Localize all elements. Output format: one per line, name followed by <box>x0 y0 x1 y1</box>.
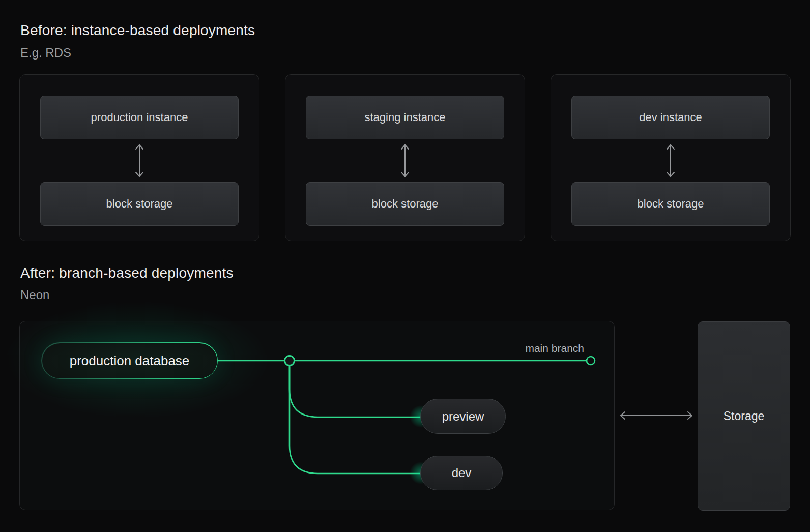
production-database-node: production database <box>41 342 218 379</box>
staging-instance-node: staging instance <box>306 96 504 139</box>
block-storage-node: block storage <box>306 182 504 226</box>
bidirectional-vertical-arrow-icon <box>399 139 411 182</box>
bidirectional-vertical-arrow-icon <box>133 139 146 182</box>
block-storage-node: block storage <box>40 182 239 226</box>
before-cards-row: production instance block storage stagin… <box>19 74 791 241</box>
branch-fork-node <box>285 356 295 366</box>
preview-branch-node: preview <box>420 399 506 434</box>
before-section-subtitle: E.g. RDS <box>20 46 71 60</box>
after-section-title: After: branch-based deployments <box>20 265 234 281</box>
storage-label: Storage <box>724 409 765 423</box>
production-instance-node: production instance <box>40 96 239 139</box>
bidirectional-vertical-arrow-icon <box>664 139 677 182</box>
dev-branch-line <box>290 366 421 474</box>
staging-environment-card: staging instance block storage <box>285 74 525 241</box>
dev-instance-node: dev instance <box>571 96 770 139</box>
dev-branch-node: dev <box>420 456 503 490</box>
after-section-subtitle: Neon <box>20 288 49 302</box>
block-storage-node: block storage <box>571 182 770 226</box>
before-section-title: Before: instance-based deployments <box>20 22 255 39</box>
preview-branch-line <box>290 366 421 417</box>
branch-diagram-panel: main branch production database preview … <box>19 321 615 510</box>
dev-environment-card: dev instance block storage <box>551 74 791 241</box>
diagram-canvas: Before: instance-based deployments E.g. … <box>0 0 810 532</box>
bidirectional-horizontal-arrow-icon <box>617 409 696 422</box>
production-environment-card: production instance block storage <box>19 74 259 241</box>
main-branch-end-node <box>587 357 595 365</box>
storage-node: Storage <box>698 321 790 511</box>
production-database-label: production database <box>42 343 217 378</box>
